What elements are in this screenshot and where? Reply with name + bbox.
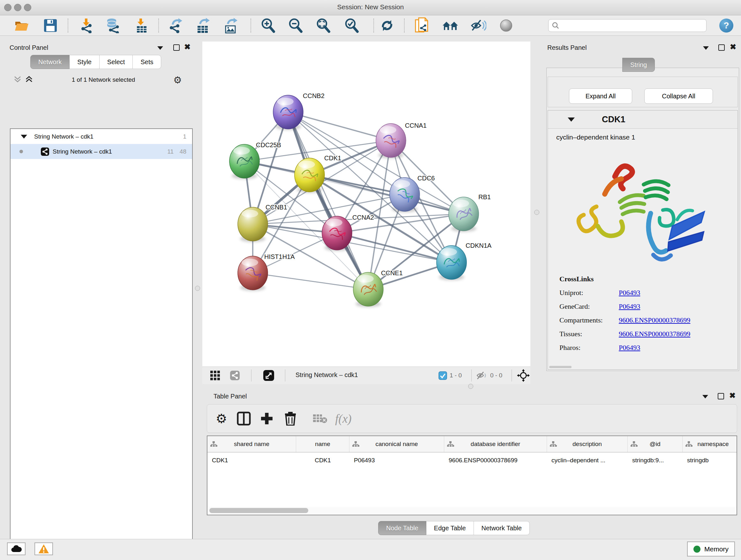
delete-column-button[interactable] — [281, 409, 300, 428]
collapse-all-networks-icon[interactable] — [13, 75, 22, 84]
network-row-selected[interactable]: String Network – cdk1 11 48 — [10, 144, 192, 159]
import-network-file-button[interactable] — [78, 17, 95, 34]
network-node-CDC25B[interactable] — [229, 144, 259, 178]
table-cell-database-identifier[interactable]: 9606.ENSP00000378699 — [444, 452, 547, 469]
network-edge-HIST1H1A-CCNE1[interactable] — [253, 273, 368, 289]
expand-all-networks-icon[interactable] — [24, 75, 33, 84]
open-session-button[interactable] — [13, 17, 30, 34]
results-panel-menu-button[interactable] — [703, 46, 709, 50]
network-node-CCNE1[interactable] — [353, 272, 383, 306]
network-node-CDKN1A[interactable] — [436, 246, 467, 279]
network-node-CCNB2[interactable] — [273, 95, 303, 129]
network-node-CDC6[interactable] — [390, 178, 420, 211]
search-field[interactable] — [548, 19, 706, 32]
table-hscroll-thumb[interactable] — [209, 508, 308, 513]
expand-all-button[interactable]: Expand All — [569, 88, 632, 104]
zoom-selected-button[interactable] — [343, 17, 360, 34]
hidden-indicator[interactable]: 0 - 0 — [476, 367, 502, 384]
control-panel-close-button[interactable]: ✖ — [184, 44, 191, 50]
left-splitter-handle[interactable] — [195, 286, 200, 291]
right-splitter-handle[interactable] — [534, 210, 539, 215]
export-table-button[interactable] — [195, 17, 212, 34]
tab-network[interactable]: Network — [30, 55, 70, 69]
network-options-gear-icon[interactable]: ⚙ — [173, 74, 182, 85]
control-panel-float-button[interactable] — [173, 44, 180, 51]
table-cell-description[interactable]: cyclin–dependent ... — [547, 452, 628, 469]
import-network-database-button[interactable] — [105, 17, 121, 34]
results-panel-close-button[interactable]: ✖ — [730, 44, 736, 50]
hide-graphics-details-button[interactable] — [470, 17, 487, 34]
zoom-fit-button[interactable] — [315, 17, 332, 34]
network-node-HIST1H1A[interactable] — [238, 256, 268, 290]
results-panel-float-button[interactable] — [718, 44, 725, 51]
birdseye-navigator-button[interactable] — [517, 367, 530, 384]
clone-network-button[interactable] — [414, 17, 430, 34]
column-header-namespace[interactable]: namespace — [683, 436, 737, 452]
network-node-CCNB1[interactable] — [238, 207, 268, 241]
cloud-status-button[interactable] — [7, 543, 25, 555]
memory-button[interactable]: Memory — [687, 542, 735, 557]
network-collection-row[interactable]: String Network – cdk1 1 — [10, 129, 192, 144]
control-panel-menu-button[interactable] — [157, 46, 163, 50]
column-header-shared-name[interactable]: shared name — [207, 436, 296, 452]
zoom-in-button[interactable] — [260, 17, 276, 34]
table-row[interactable]: CDK1CDK1P064939606.ENSP00000378699cyclin… — [207, 452, 737, 469]
crosslink-link[interactable]: 9606.ENSP00000378699 — [619, 316, 690, 324]
network-node-CCNA1[interactable] — [376, 124, 406, 158]
network-view-button[interactable] — [230, 367, 240, 384]
crosslink-link[interactable]: P06493 — [619, 289, 640, 297]
tab-network-table[interactable]: Network Table — [474, 521, 530, 535]
warning-status-button[interactable] — [35, 543, 53, 555]
tab-edge-table[interactable]: Edge Table — [426, 521, 474, 535]
tab-sets[interactable]: Sets — [133, 55, 161, 69]
table-options-gear-icon[interactable]: ⚙ — [212, 409, 231, 428]
tab-select[interactable]: Select — [99, 55, 133, 69]
tab-string[interactable]: String — [622, 58, 655, 72]
network-node-RB1[interactable] — [449, 197, 479, 231]
show-graphics-details-button[interactable] — [498, 17, 515, 34]
import-table-button[interactable] — [133, 17, 150, 34]
search-input[interactable] — [562, 22, 706, 29]
crosslink-link[interactable]: P06493 — [619, 344, 640, 352]
column-header-canonical-name[interactable]: canonical name — [349, 436, 444, 452]
save-session-button[interactable] — [42, 17, 59, 34]
entry-expander-icon[interactable] — [568, 118, 575, 122]
table-cell-shared-name[interactable]: CDK1 — [207, 452, 296, 469]
table-cell-namespace[interactable]: stringdb — [683, 452, 737, 469]
table-panel-close-button[interactable]: ✖ — [729, 393, 736, 398]
crosslink-link[interactable]: 9606.ENSP00000378699 — [619, 330, 690, 338]
table-panel-float-button[interactable] — [718, 393, 724, 399]
column-header-description[interactable]: description — [547, 436, 628, 452]
bottom-splitter-handle[interactable] — [468, 384, 473, 389]
collapse-all-button[interactable]: Collapse All — [644, 88, 713, 104]
create-column-button[interactable] — [258, 409, 276, 428]
function-builder-button[interactable]: f(x) — [334, 409, 353, 428]
tab-node-table[interactable]: Node Table — [378, 521, 426, 535]
detach-view-button[interactable] — [263, 367, 274, 384]
table-cell-name[interactable]: CDK1 — [296, 452, 349, 469]
network-node-CCNA2[interactable] — [322, 216, 352, 250]
delete-table-button[interactable] — [311, 409, 329, 428]
tab-style[interactable]: Style — [70, 55, 99, 69]
table-cell-canonical-name[interactable]: P06493 — [349, 452, 444, 469]
crosslink-link[interactable]: P06493 — [619, 302, 640, 311]
table-panel-menu-button[interactable] — [702, 395, 708, 398]
column-header-name[interactable]: name — [296, 436, 349, 452]
column-header--id[interactable]: @id — [628, 436, 683, 452]
column-header-database-identifier[interactable]: database identifier — [444, 436, 547, 452]
network-canvas[interactable]: CCNB2CCNA1CDC25BCDK1CDC6RB1CCNB1CCNA2CDK… — [202, 42, 530, 367]
grid-view-button[interactable] — [210, 367, 220, 384]
selected-indicator[interactable]: 1 - 0 — [439, 367, 462, 384]
network-node-CDK1[interactable] — [294, 158, 325, 192]
node-entry-header[interactable]: CDK1 — [548, 111, 738, 129]
export-network-button[interactable] — [167, 17, 184, 34]
zoom-out-button[interactable] — [287, 17, 304, 34]
refresh-view-button[interactable] — [379, 17, 395, 34]
show-columns-button[interactable] — [234, 409, 253, 428]
export-image-button[interactable] — [223, 17, 239, 34]
collection-expander-icon[interactable] — [21, 135, 27, 138]
table-cell--id[interactable]: stringdb:9... — [628, 452, 683, 469]
help-button[interactable]: ? — [719, 18, 733, 33]
results-hscroll-thumb[interactable] — [549, 366, 571, 368]
home-pages-button[interactable] — [442, 17, 459, 34]
